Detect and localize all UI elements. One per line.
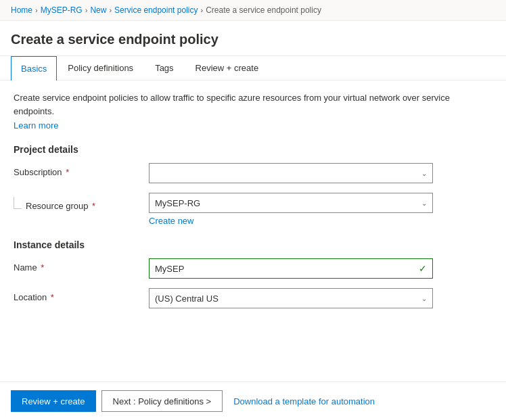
name-valid-icon: ✓ <box>419 263 427 274</box>
location-row: Location * (US) Central US ⌄ <box>14 288 492 308</box>
breadcrumb-current: Create a service endpoint policy <box>206 5 321 15</box>
subscription-dropdown-arrow: ⌄ <box>421 170 427 177</box>
name-row: Name * MySEP ✓ <box>14 258 492 279</box>
resource-group-dropdown[interactable]: MySEP-RG ⌄ <box>149 193 433 213</box>
breadcrumb-home[interactable]: Home <box>11 5 32 15</box>
location-required: * <box>48 292 54 302</box>
breadcrumb: Home › MySEP-RG › New › Service endpoint… <box>0 0 506 21</box>
subscription-required: * <box>64 167 70 177</box>
name-value: MySEP <box>155 264 184 274</box>
subscription-label: Subscription * <box>14 163 149 177</box>
tab-policy-definitions[interactable]: Policy definitions <box>57 56 144 80</box>
tab-tags[interactable]: Tags <box>144 56 184 80</box>
resource-group-row: Resource group * MySEP-RG ⌄ Create new <box>14 193 492 226</box>
description-text: Create service endpoint policies to allo… <box>14 91 492 118</box>
breadcrumb-sep-3: › <box>109 6 112 14</box>
resource-group-label: Resource group * <box>26 197 95 211</box>
instance-details-title: Instance details <box>14 239 492 250</box>
tab-review-create[interactable]: Review + create <box>185 56 270 80</box>
resource-group-dropdown-arrow: ⌄ <box>421 200 427 207</box>
tab-basics[interactable]: Basics <box>11 56 57 80</box>
subscription-input-wrapper: ⌄ <box>149 163 433 183</box>
resource-group-value: MySEP-RG <box>155 198 200 208</box>
breadcrumb-policy[interactable]: Service endpoint policy <box>114 5 198 15</box>
learn-more-link[interactable]: Learn more <box>14 120 58 131</box>
breadcrumb-sep-1: › <box>35 6 38 14</box>
name-required: * <box>39 262 45 273</box>
location-dropdown[interactable]: (US) Central US ⌄ <box>149 288 433 308</box>
resource-group-required: * <box>90 201 96 211</box>
location-input-wrapper: (US) Central US ⌄ <box>149 288 433 308</box>
review-create-button[interactable]: Review + create <box>11 390 96 412</box>
location-dropdown-arrow: ⌄ <box>421 295 427 302</box>
content-area: Create service endpoint policies to allo… <box>0 80 506 381</box>
main-wrapper: Home › MySEP-RG › New › Service endpoint… <box>0 0 506 420</box>
location-value: (US) Central US <box>155 294 218 304</box>
name-input-wrapper: MySEP ✓ <box>149 258 433 279</box>
breadcrumb-sep-4: › <box>200 6 203 14</box>
location-label: Location * <box>14 288 149 302</box>
subscription-dropdown[interactable]: ⌄ <box>149 163 433 183</box>
content: Create service endpoint policies to allo… <box>0 80 506 329</box>
page-title: Create a service endpoint policy <box>0 21 506 56</box>
resource-group-label-wrapper: Resource group * <box>14 193 149 211</box>
breadcrumb-sep-2: › <box>85 6 88 14</box>
breadcrumb-rg[interactable]: MySEP-RG <box>41 5 83 15</box>
next-button[interactable]: Next : Policy definitions > <box>101 390 223 412</box>
download-template-link[interactable]: Download a template for automation <box>228 392 380 411</box>
subscription-row: Subscription * ⌄ <box>14 163 492 183</box>
indent-line <box>14 197 22 209</box>
breadcrumb-new[interactable]: New <box>90 5 106 15</box>
create-new-link[interactable]: Create new <box>149 216 433 226</box>
name-input[interactable]: MySEP ✓ <box>149 258 433 279</box>
resource-group-input-wrapper: MySEP-RG ⌄ Create new <box>149 193 433 226</box>
tabs-container: Basics Policy definitions Tags Review + … <box>0 56 506 80</box>
project-details-title: Project details <box>14 144 492 155</box>
footer: Review + create Next : Policy definition… <box>0 381 506 420</box>
name-label: Name * <box>14 258 149 273</box>
